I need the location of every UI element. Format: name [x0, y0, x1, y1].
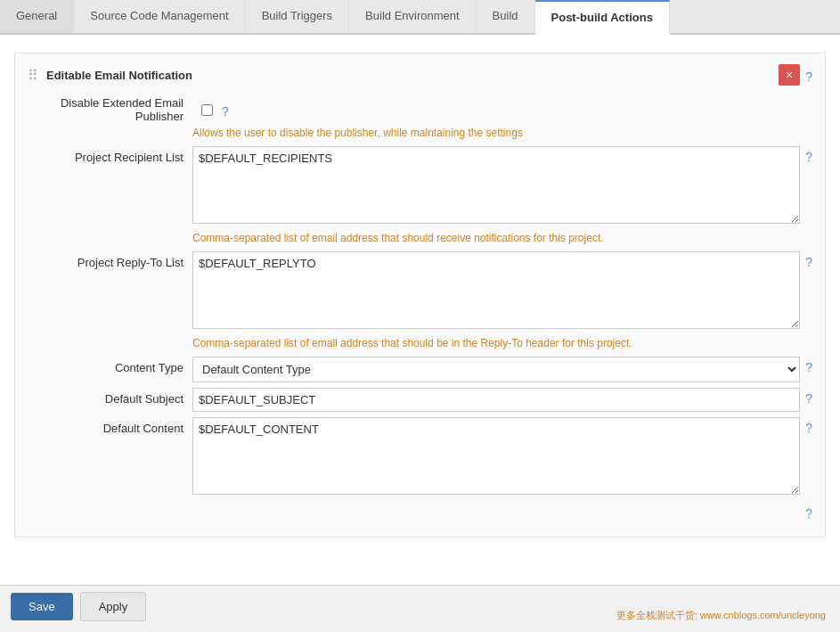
disable-publisher-label: Disable Extended Email Publisher — [28, 96, 183, 123]
disable-publisher-row: Disable Extended Email Publisher ? — [28, 96, 812, 123]
replyto-row: Project Reply-To List ? — [28, 251, 812, 332]
section-help-icon[interactable]: ? — [805, 70, 812, 84]
replyto-hint: Comma-separated list of email address th… — [192, 337, 812, 349]
content-type-control-wrap: Default Content Type HTML Plain Text Bot… — [192, 357, 812, 382]
default-subject-control-inner — [192, 388, 800, 412]
default-subject-control-wrap: ? — [192, 388, 812, 412]
section-title: Editable Email Notification — [46, 69, 192, 82]
content-type-select[interactable]: Default Content Type HTML Plain Text Bot… — [192, 357, 800, 382]
default-subject-row: Default Subject ? — [28, 388, 812, 412]
recipient-hint: Comma-separated list of email address th… — [192, 232, 812, 244]
disable-hint: Allows the user to disable the publisher… — [192, 127, 812, 139]
default-subject-input[interactable] — [192, 388, 800, 412]
default-content-control-wrap: ? — [192, 417, 812, 497]
default-subject-help-icon[interactable]: ? — [805, 391, 812, 406]
replyto-label: Project Reply-To List — [28, 251, 183, 269]
default-subject-label: Default Subject — [28, 388, 183, 406]
tab-bar: General Source Code Management Build Tri… — [0, 0, 840, 35]
editable-email-section: ⠿ Editable Email Notification × ? Disabl… — [14, 53, 826, 538]
extra-label — [28, 503, 183, 507]
extra-help-icon[interactable]: ? — [805, 506, 812, 521]
disable-help-icon[interactable]: ? — [222, 104, 229, 119]
apply-button[interactable]: Apply — [80, 592, 147, 621]
content-type-label: Content Type — [28, 357, 183, 374]
default-content-textarea[interactable] — [192, 417, 800, 495]
section-title-group: ⠿ Editable Email Notification — [28, 67, 192, 84]
bottom-bar: Save Apply 更多全栈测试干货: www.cnblogs.com/unc… — [0, 585, 840, 628]
tab-source-code[interactable]: Source Code Management — [74, 0, 245, 33]
tab-build-triggers[interactable]: Build Triggers — [246, 0, 349, 33]
tab-build[interactable]: Build — [477, 0, 535, 33]
tab-post-build-actions[interactable]: Post-build Actions — [535, 0, 670, 35]
recipient-control-wrap: ? — [192, 146, 812, 226]
tab-general[interactable]: General — [0, 0, 74, 33]
replyto-control-wrap: ? — [192, 251, 812, 332]
replyto-textarea[interactable] — [192, 251, 800, 329]
replyto-help-icon[interactable]: ? — [805, 255, 812, 269]
default-content-row: Default Content ? — [28, 417, 812, 497]
default-content-help-icon[interactable]: ? — [805, 421, 812, 435]
recipient-row: Project Recipient List ? — [28, 146, 812, 226]
content-type-help-icon[interactable]: ? — [805, 360, 812, 374]
content-type-row: Content Type Default Content Type HTML P… — [28, 357, 812, 382]
tab-build-environment[interactable]: Build Environment — [349, 0, 477, 33]
recipient-label: Project Recipient List — [28, 146, 183, 164]
close-section-button[interactable]: × — [779, 64, 800, 86]
extra-row: ? — [28, 503, 812, 521]
disable-publisher-checkbox[interactable] — [201, 104, 213, 116]
recipient-textarea[interactable] — [192, 146, 800, 224]
watermark: 更多全栈测试干货: www.cnblogs.com/uncleyong — [616, 609, 826, 622]
extra-control-wrap: ? — [192, 503, 812, 521]
recipient-help-icon[interactable]: ? — [805, 150, 812, 164]
section-drag-handle: ⠿ — [28, 67, 39, 84]
replyto-control-inner — [192, 251, 800, 332]
save-button[interactable]: Save — [11, 593, 73, 620]
default-content-label: Default Content — [28, 417, 183, 435]
content-type-control-inner: Default Content Type HTML Plain Text Bot… — [192, 357, 800, 382]
default-content-control-inner — [192, 417, 800, 497]
content-area: ⠿ Editable Email Notification × ? Disabl… — [0, 35, 840, 585]
section-header: ⠿ Editable Email Notification × ? — [28, 64, 812, 86]
recipient-control-inner — [192, 146, 800, 226]
